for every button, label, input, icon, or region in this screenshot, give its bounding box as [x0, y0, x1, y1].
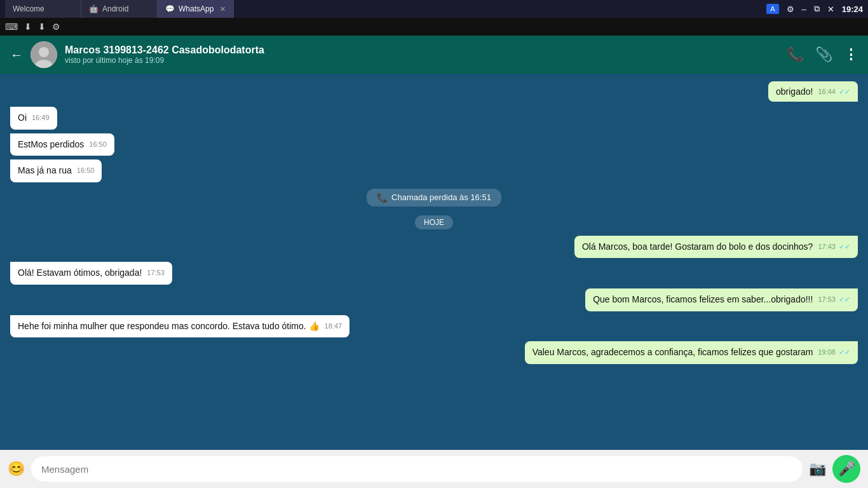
msg-row-1: Oi 16:49 — [10, 107, 858, 130]
msg-text-4: Olá Marcos, boa tarde! Gostaram do bolo … — [582, 241, 813, 252]
msg-bubble-1: Oi 16:49 — [10, 107, 57, 130]
titlebar: Welcome 🤖 Android 💬 WhatsApp ✕ A ⚙ – ⧉ ✕… — [0, 0, 868, 18]
clock: 19:24 — [842, 4, 863, 14]
titlebar-tabs: Welcome 🤖 Android 💬 WhatsApp ✕ — [5, 0, 234, 18]
taskbar-icons: ⌨ ⬇ ⬇ ⚙ — [0, 18, 868, 36]
msg-text-1: Oi — [18, 112, 27, 123]
contact-avatar — [31, 41, 57, 68]
msg-time-5: 17:53 — [147, 268, 165, 278]
download-icon-1[interactable]: ⬇ — [24, 22, 32, 32]
msg-text-5: Olá! Estavam ótimos, obrigada! — [18, 268, 142, 278]
msg-row-8: Valeu Marcos, agradecemos a confiança, f… — [10, 341, 858, 364]
msg-time-8: 19:08 ✓✓ — [818, 348, 850, 357]
keyboard-icon[interactable]: ⌨ — [5, 22, 18, 32]
msg-time-6: 17:53 ✓✓ — [818, 295, 850, 304]
msg-ticks-4: ✓✓ — [839, 243, 850, 250]
msg-bubble-5: Olá! Estavam ótimos, obrigada! 17:53 — [10, 262, 172, 285]
msg-text-6: Que bom Marcos, ficamos felizes em saber… — [593, 294, 813, 304]
settings-icon[interactable]: ⚙ — [787, 4, 794, 14]
msg-time-2: 16:50 — [89, 140, 107, 149]
msg-bubble-3: Mas já na rua 16:50 — [10, 159, 102, 182]
msg-partial-time: 16:44 ✓✓ — [818, 88, 850, 96]
msg-bubble-2: EstMos perdidos 16:50 — [10, 133, 114, 156]
back-button[interactable]: ← — [10, 48, 23, 62]
msg-row-2: EstMos perdidos 16:50 — [10, 133, 858, 156]
input-bar: 😊 📷 🎤 — [0, 450, 868, 488]
attach-button[interactable]: 📎 — [815, 46, 832, 63]
close-button[interactable]: ✕ — [827, 4, 834, 14]
phone-call-button[interactable]: 📞 — [787, 46, 804, 63]
msg-row-3: Mas já na rua 16:50 — [10, 159, 858, 182]
msg-partial-ticks: ✓✓ — [839, 88, 850, 95]
msg-row-4: Olá Marcos, boa tarde! Gostaram do bolo … — [10, 236, 858, 259]
contact-info[interactable]: Marcos 3199813-2462 Casadobolodatorta vi… — [65, 44, 779, 65]
chat-area: obrigado! 16:44 ✓✓ Oi 16:49 EstMos perdi… — [0, 74, 868, 450]
msg-bubble-7: Hehe foi minha mulher que respondeu mas … — [10, 315, 349, 338]
contact-name: Marcos 3199813-2462 Casadobolodatorta — [65, 44, 779, 56]
more-options-button[interactable]: ⋮ — [844, 46, 858, 63]
tab-welcome[interactable]: Welcome — [5, 0, 81, 18]
msg-bubble-6: Que bom Marcos, ficamos felizes em saber… — [585, 288, 858, 311]
msg-partial-row: obrigado! 16:44 ✓✓ — [10, 81, 858, 102]
tab-close-button[interactable]: ✕ — [220, 5, 226, 13]
settings-taskbar-icon[interactable]: ⚙ — [52, 22, 60, 32]
date-badge: HOJE — [415, 215, 453, 229]
keyboard-layout-icon[interactable]: A — [766, 4, 778, 14]
titlebar-left: Welcome 🤖 Android 💬 WhatsApp ✕ — [5, 0, 234, 18]
msg-ticks-8: ✓✓ — [839, 348, 850, 356]
camera-button[interactable]: 📷 — [809, 461, 826, 477]
msg-row-5: Olá! Estavam ótimos, obrigada! 17:53 — [10, 262, 858, 285]
msg-time-3: 16:50 — [77, 166, 95, 175]
msg-row-6: Que bom Marcos, ficamos felizes em saber… — [10, 288, 858, 311]
date-badge-row: HOJE — [10, 215, 858, 229]
msg-text-3: Mas já na rua — [18, 165, 72, 175]
whatsapp-header: ← Marcos 3199813-2462 Casadobolodatorta … — [0, 36, 868, 74]
msg-time-7: 18:47 — [325, 322, 342, 331]
tab-whatsapp-label: WhatsApp — [179, 4, 214, 13]
contact-status: visto por último hoje às 19:09 — [65, 56, 779, 65]
microphone-button[interactable]: 🎤 — [832, 455, 860, 483]
message-input[interactable] — [31, 456, 803, 482]
msg-time-4: 17:43 ✓✓ — [818, 242, 850, 252]
missed-call-bubble: 📞 Chamada perdida às 16:51 — [367, 189, 501, 207]
tab-whatsapp[interactable]: 💬 WhatsApp ✕ — [158, 0, 234, 18]
tab-android[interactable]: 🤖 Android — [81, 0, 158, 18]
msg-text-8: Valeu Marcos, agradecemos a confiança, f… — [532, 347, 813, 357]
android-icon: 🤖 — [89, 4, 98, 13]
msg-text-7: Hehe foi minha mulher que respondeu mas … — [18, 321, 320, 331]
msg-text-2: EstMos perdidos — [18, 139, 84, 149]
missed-call-row: 📞 Chamada perdida às 16:51 — [10, 189, 858, 207]
minimize-button[interactable]: – — [802, 4, 806, 14]
tab-welcome-label: Welcome — [13, 4, 44, 13]
svg-point-1 — [39, 47, 49, 57]
mic-icon: 🎤 — [838, 461, 855, 477]
whatsapp-tab-icon: 💬 — [165, 4, 175, 13]
header-actions: 📞 📎 ⋮ — [787, 46, 858, 63]
tab-android-label: Android — [102, 4, 128, 13]
msg-ticks-6: ✓✓ — [839, 295, 850, 303]
restore-button[interactable]: ⧉ — [814, 4, 820, 14]
msg-partial-text: obrigado! — [776, 86, 813, 97]
titlebar-right: A ⚙ – ⧉ ✕ 19:24 — [766, 4, 863, 14]
msg-row-7: Hehe foi minha mulher que respondeu mas … — [10, 315, 858, 338]
msg-time-1: 16:49 — [32, 113, 50, 123]
missed-call-text: Chamada perdida às 16:51 — [391, 193, 491, 202]
msg-bubble-8: Valeu Marcos, agradecemos a confiança, f… — [525, 341, 858, 364]
missed-call-icon: 📞 — [377, 193, 388, 203]
download-icon-2[interactable]: ⬇ — [38, 22, 46, 32]
msg-partial-bubble: obrigado! 16:44 ✓✓ — [768, 81, 858, 102]
emoji-button[interactable]: 😊 — [8, 461, 25, 477]
msg-bubble-4: Olá Marcos, boa tarde! Gostaram do bolo … — [574, 236, 858, 259]
